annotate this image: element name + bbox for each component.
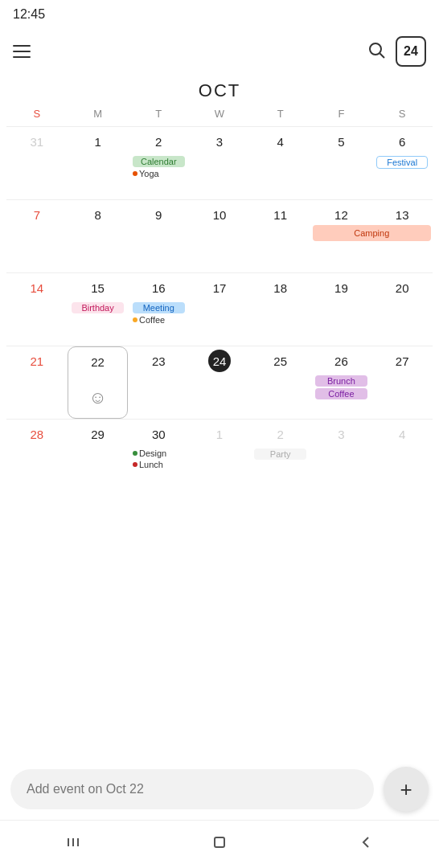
day-2[interactable]: 2 Calendar Yoga (128, 127, 189, 199)
calendar-header: OCT (0, 74, 439, 104)
day-30[interactable]: 30 Design Lunch (128, 420, 189, 492)
day-23[interactable]: 23 (128, 346, 189, 419)
coffee-event-26[interactable]: Coffee (315, 388, 367, 399)
recent-apps-button[interactable] (65, 834, 81, 854)
party-event[interactable]: Party (254, 448, 306, 460)
status-bar: 12:45 (0, 0, 439, 29)
day-28[interactable]: 28 (6, 420, 68, 492)
weekday-mon: M (68, 104, 129, 123)
day-4[interactable]: 4 (250, 127, 311, 199)
day-number: 5 (330, 130, 352, 153)
calendar-event[interactable]: Calendar (133, 156, 185, 167)
weekday-row: S M T W T F S (6, 104, 433, 123)
weekday-sun: S (6, 104, 68, 123)
weekday-sat: S (371, 104, 433, 123)
day-5[interactable]: 5 (311, 127, 372, 199)
plus-icon: + (400, 777, 412, 802)
day-nov-3[interactable]: 3 (311, 420, 372, 492)
day-number: 26 (330, 350, 352, 372)
meeting-event[interactable]: Meeting (133, 302, 185, 313)
day-31[interactable]: 31 (6, 127, 68, 199)
day-nov-2[interactable]: 2 Party (250, 420, 311, 492)
week-row-3: 14 15 Birthday 16 Meeting Coffee 17 18 1… (6, 272, 433, 346)
dot-icon (133, 462, 137, 467)
day-15[interactable]: 15 Birthday (68, 273, 129, 346)
svg-line-1 (380, 54, 385, 59)
day-22-selected[interactable]: 22 ☺ (68, 346, 129, 419)
search-button[interactable] (367, 40, 386, 63)
home-button[interactable] (211, 834, 228, 854)
day-number: 10 (208, 203, 231, 226)
coffee-event-16[interactable]: Coffee (133, 315, 185, 325)
day-8[interactable]: 8 (68, 200, 129, 272)
day-14[interactable]: 14 (6, 273, 68, 346)
weekday-fri: F (311, 104, 372, 123)
hamburger-icon[interactable] (13, 45, 31, 58)
weekday-thu: T (250, 104, 311, 123)
back-button[interactable] (358, 834, 374, 854)
svg-point-0 (370, 43, 381, 55)
today-badge[interactable]: 24 (396, 36, 426, 67)
birthday-event[interactable]: Birthday (72, 302, 124, 313)
fab-add-button[interactable]: + (384, 767, 429, 812)
day-7[interactable]: 7 (6, 200, 68, 272)
top-bar-right: 24 (367, 36, 426, 67)
day-13[interactable]: 13 (371, 200, 433, 272)
day-29[interactable]: 29 (68, 420, 129, 492)
day-number: 22 (87, 350, 109, 373)
day-11[interactable]: 11 (250, 200, 311, 272)
add-event-input[interactable] (10, 769, 374, 809)
week-row-4: 21 22 ☺ 23 24 25 26 Brunch Coffee 27 (6, 346, 433, 419)
week-row-5: 28 29 30 Design Lunch 1 2 Party 3 4 (6, 419, 433, 492)
day-number: 13 (391, 203, 413, 226)
day-number: 19 (330, 276, 352, 299)
day-number: 15 (87, 276, 109, 299)
day-25[interactable]: 25 (250, 346, 311, 419)
day-20[interactable]: 20 (371, 273, 433, 346)
weekday-wed: W (189, 104, 250, 123)
day-number: 14 (26, 276, 48, 299)
week-row-2: 7 8 9 10 11 12 13 (6, 199, 433, 272)
day-9[interactable]: 9 (128, 200, 189, 272)
yoga-event[interactable]: Yoga (133, 169, 185, 178)
month-label: OCT (199, 80, 240, 100)
day-26[interactable]: 26 Brunch Coffee (311, 346, 372, 419)
day-number: 18 (269, 276, 292, 299)
weekday-tue: T (128, 104, 189, 123)
festival-event[interactable]: Festival (376, 156, 429, 169)
day-nov-1[interactable]: 1 (189, 420, 250, 492)
day-number: 28 (26, 423, 48, 445)
day-number: 8 (87, 203, 109, 226)
day-number: 2 (269, 423, 292, 445)
day-number: 12 (330, 203, 352, 226)
event-label: Design (139, 448, 166, 458)
day-number: 4 (269, 130, 292, 153)
event-label: Lunch (139, 460, 163, 469)
day-16[interactable]: 16 Meeting Coffee (128, 273, 189, 346)
day-21[interactable]: 21 (6, 346, 68, 419)
day-10[interactable]: 10 (189, 200, 250, 272)
day-19[interactable]: 19 (311, 273, 372, 346)
day-nov-4[interactable]: 4 (371, 420, 433, 492)
dot-icon (133, 171, 137, 176)
design-event[interactable]: Design (133, 448, 185, 458)
day-17[interactable]: 17 (189, 273, 250, 346)
day-24[interactable]: 24 (189, 346, 250, 419)
day-6[interactable]: 6 Festival (371, 127, 433, 199)
day-18[interactable]: 18 (250, 273, 311, 346)
day-12[interactable]: 12 (311, 200, 372, 272)
day-1[interactable]: 1 (68, 127, 129, 199)
lunch-event[interactable]: Lunch (133, 460, 185, 469)
day-number: 20 (391, 276, 413, 299)
day-number: 1 (208, 423, 231, 445)
brunch-event[interactable]: Brunch (315, 375, 367, 387)
day-27[interactable]: 27 (371, 346, 433, 419)
day-number: 27 (391, 350, 413, 372)
day-number: 1 (87, 130, 109, 153)
day-3[interactable]: 3 (189, 127, 250, 199)
menu-button[interactable] (13, 45, 31, 58)
day-number: 7 (26, 203, 48, 226)
day-number: 25 (269, 350, 292, 372)
dot-icon (133, 317, 137, 322)
day-number: 21 (26, 350, 48, 372)
